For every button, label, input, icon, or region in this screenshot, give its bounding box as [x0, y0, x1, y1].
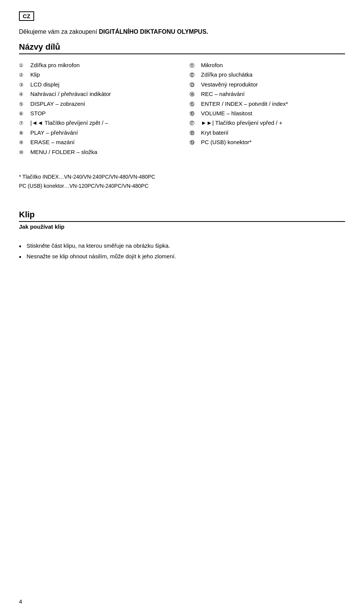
footnote-text: * Tlačítko INDEX…VN-240/VN-240PC/VN-480/…	[19, 173, 345, 182]
bullet-item: Stiskněte část klipu, na kterou směřuje …	[19, 241, 345, 250]
klip-bullets: Stiskněte část klipu, na kterou směřuje …	[19, 241, 345, 261]
left-item: ③LCD displej	[19, 80, 174, 89]
right-item: ⑰►►| Tlačítko převíjení vpřed / +	[190, 119, 345, 127]
footnote-section: * Tlačítko INDEX…VN-240/VN-240PC/VN-480/…	[19, 173, 345, 191]
parts-columns: ①Zdířka pro mikrofon②Klip③LCD displej④Na…	[19, 61, 345, 157]
right-column: ⑪Mikrofon⑫Zdířka pro sluchátka⑬Vestavěný…	[190, 61, 345, 157]
left-column: ①Zdířka pro mikrofon②Klip③LCD displej④Na…	[19, 61, 174, 157]
nazvy-dilu-title: Názvy dílů	[19, 42, 345, 54]
right-items-list: ⑪Mikrofon⑫Zdířka pro sluchátka⑬Vestavěný…	[190, 61, 345, 147]
bullet-item: Nesnažte se klip ohnout násilím, může do…	[19, 252, 345, 261]
intro-text: Děkujeme vám za zakoupení DIGITÁLNÍHO DI…	[19, 28, 345, 35]
right-item: ⑫Zdířka pro sluchátka	[190, 71, 345, 79]
left-item: ②Klip	[19, 71, 174, 79]
klip-title: Klip	[19, 210, 345, 222]
footnote-text: PC (USB) konektor…VN-120PC/VN-240PC/VN-4…	[19, 182, 345, 191]
page-number: 4	[19, 598, 22, 605]
left-item: ①Zdířka pro mikrofon	[19, 61, 174, 70]
left-item: ⑤DISPLAY – zobrazení	[19, 100, 174, 108]
left-item: ⑥STOP	[19, 109, 174, 118]
right-item: ⑬Vestavěný reproduktor	[190, 80, 345, 89]
cz-badge: CZ	[19, 11, 34, 21]
left-item: ⑩MENU / FOLDER – složka	[19, 148, 174, 157]
klip-subtitle: Jak používat klip	[19, 223, 345, 230]
left-item: ⑨ERASE – mazání	[19, 138, 174, 147]
right-item: ⑭REC – nahrávání	[190, 90, 345, 99]
right-item: ⑯VOLUME – hlasitost	[190, 109, 345, 118]
klip-section: Klip Jak používat klip Stiskněte část kl…	[19, 210, 345, 261]
right-item: ⑲PC (USB) konektor*	[190, 138, 345, 147]
nazvy-dilu-section: Názvy dílů ①Zdířka pro mikrofon②Klip③LCD…	[19, 42, 345, 157]
left-item: ⑧PLAY – přehrávání	[19, 129, 174, 137]
left-item: ④Nahrávací / přehrávací indikátor	[19, 90, 174, 99]
left-items-list: ①Zdířka pro mikrofon②Klip③LCD displej④Na…	[19, 61, 174, 157]
right-item: ⑮ENTER / INDEX – potvrdit / index*	[190, 100, 345, 108]
right-item: ⑪Mikrofon	[190, 61, 345, 70]
left-item: ⑦|◄◄ Tlačítko převíjení zpět / –	[19, 119, 174, 127]
right-item: ⑱Kryt baterií	[190, 129, 345, 137]
